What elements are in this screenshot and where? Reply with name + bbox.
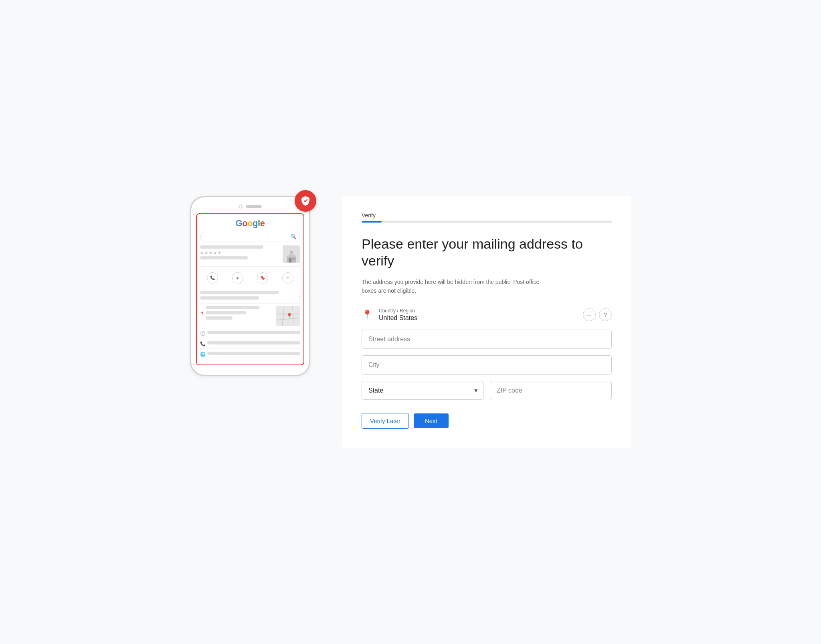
map-section: 📍 — [200, 306, 300, 326]
svg-rect-1 — [289, 258, 291, 263]
form-title: Please enter your mailing address to ver… — [362, 235, 612, 269]
more-skeleton-lines — [200, 291, 299, 302]
action-icons-row: 📞 ◈ 🔖 ↩ — [200, 270, 300, 286]
search-icon: 🔍 — [291, 234, 297, 239]
street-address-input[interactable] — [362, 330, 612, 349]
store-building-icon — [285, 251, 297, 263]
skeleton-business-name — [200, 245, 263, 249]
result-info: ★ ★ ★ ★ ★ — [200, 245, 279, 263]
skeleton-website — [207, 352, 300, 355]
map-thumbnail: 📍 — [276, 306, 300, 326]
star-3: ★ — [209, 251, 212, 255]
phone-result-card: ★ ★ ★ ★ ★ — [200, 245, 300, 267]
phone-row: 📞 — [200, 340, 300, 348]
skeleton-hours — [207, 331, 300, 334]
state-zip-row: State Alabama Alaska Arizona California … — [362, 381, 612, 400]
country-label: Country / Region — [379, 308, 580, 314]
phone-top-bar — [196, 205, 304, 209]
more-info-row: › — [200, 290, 300, 304]
star-4: ★ — [213, 251, 217, 255]
svg-rect-4 — [290, 251, 293, 253]
svg-line-8 — [292, 306, 294, 326]
more-options-button[interactable]: ··· — [583, 308, 596, 321]
zip-input-wrapper — [490, 381, 612, 400]
star-2: ★ — [204, 251, 208, 255]
chevron-right-icon: › — [299, 294, 300, 299]
shield-icon — [300, 196, 311, 206]
website-row: 🌐 — [200, 350, 300, 358]
skeleton-loc-3 — [206, 316, 233, 320]
phone-screen: Google 🔍 ★ ★ ★ — [197, 214, 303, 365]
skeleton-address — [200, 256, 248, 259]
save-icon-circle: 🔖 — [257, 272, 268, 284]
progress-bar-fill — [362, 221, 382, 223]
city-input[interactable] — [362, 355, 612, 375]
state-select-wrapper: State Alabama Alaska Arizona California … — [362, 381, 483, 400]
help-button[interactable]: ? — [599, 308, 612, 321]
skeleton-line-1 — [200, 291, 279, 294]
g-letter-g: G — [236, 218, 243, 228]
g-letter-o1: o — [242, 218, 247, 228]
g-letter-o2: o — [247, 218, 253, 228]
progress-bar-container — [362, 221, 612, 223]
shield-badge — [295, 190, 316, 212]
skeleton-loc-1 — [206, 306, 259, 309]
pin-icon-small: 📍 — [200, 312, 204, 316]
star-5: ★ — [218, 251, 221, 255]
g-letter-g2: g — [253, 218, 258, 228]
phone-icon: 📞 — [200, 341, 206, 346]
zip-code-input[interactable] — [490, 381, 612, 400]
store-icon — [283, 245, 300, 263]
country-actions: ··· ? — [583, 308, 612, 321]
phone-speaker — [246, 205, 262, 208]
country-field-inner: Country / Region United States — [379, 308, 580, 322]
phone-search-bar: 🔍 — [200, 232, 300, 241]
state-select[interactable]: State Alabama Alaska Arizona California … — [362, 381, 483, 400]
phone-mockup: Google 🔍 ★ ★ ★ — [190, 196, 310, 376]
clock-icon: 🕐 — [200, 331, 206, 336]
skeleton-phone — [207, 341, 300, 344]
map-info: 📍 — [200, 306, 273, 326]
location-pin-icon: 📍 — [362, 310, 372, 320]
page-container: Google 🔍 ★ ★ ★ — [190, 196, 631, 448]
more-dots-icon: ··· — [587, 312, 592, 318]
map-lines-svg: 📍 — [276, 306, 300, 326]
g-letter-e: e — [260, 218, 265, 228]
help-icon: ? — [604, 312, 607, 318]
location-skeleton — [206, 306, 273, 322]
phone-body: Google 🔍 ★ ★ ★ — [190, 196, 310, 376]
svg-line-7 — [282, 306, 284, 326]
skeleton-loc-2 — [206, 311, 246, 314]
country-value: United States — [379, 314, 580, 322]
call-icon-circle: 📞 — [207, 272, 218, 284]
svg-rect-2 — [292, 257, 295, 260]
country-region-field: 📍 Country / Region United States ··· ? — [362, 308, 612, 322]
phone-search-input-placeholder — [204, 234, 291, 239]
step-label: Verify — [362, 212, 612, 219]
directions-icon-circle: ◈ — [232, 272, 243, 284]
stars-row: ★ ★ ★ ★ ★ — [200, 251, 279, 255]
globe-icon: 🌐 — [200, 352, 206, 357]
action-buttons: Verify Later Next — [362, 413, 612, 429]
phone-camera — [239, 205, 243, 209]
form-panel: Verify Please enter your mailing address… — [342, 196, 631, 448]
star-1: ★ — [200, 251, 204, 255]
google-logo: Google — [200, 218, 300, 229]
hours-row: 🕐 — [200, 329, 300, 338]
svg-text:📍: 📍 — [286, 313, 293, 320]
next-button[interactable]: Next — [414, 413, 449, 428]
verify-later-button[interactable]: Verify Later — [362, 413, 409, 429]
skeleton-line-2 — [200, 296, 259, 300]
form-description: The address you provide here will be hid… — [362, 277, 554, 296]
share-icon-circle: ↩ — [282, 272, 293, 284]
phone-red-border: Google 🔍 ★ ★ ★ — [196, 213, 304, 365]
location-row: 📍 — [200, 306, 273, 322]
